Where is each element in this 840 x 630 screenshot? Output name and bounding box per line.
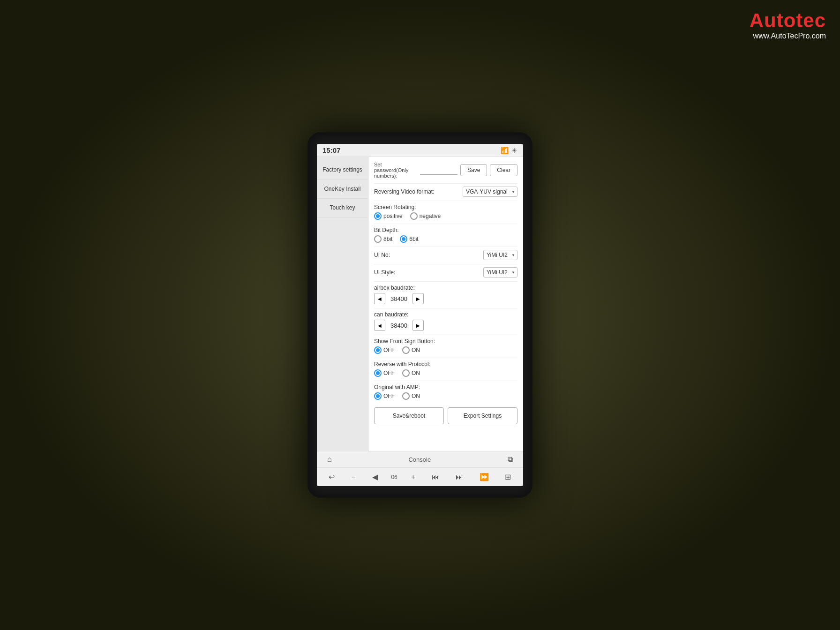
airbox-baudrate-decrease[interactable]: ◀ xyxy=(374,293,385,304)
radio-front-sign-off-label: OFF xyxy=(383,347,395,353)
can-baudrate-value: 38400 xyxy=(387,322,411,329)
divider-9 xyxy=(374,358,518,358)
divider-4 xyxy=(374,247,518,247)
console-label: Console xyxy=(408,456,431,463)
wifi-icon: 📶 xyxy=(501,147,509,154)
tablet-device: 15:07 📶 ☀ Factory settings OneKey Instal… xyxy=(308,132,532,498)
ui-no-row: UI No: YiMi UI2 Default xyxy=(374,250,518,260)
airbox-baudrate-control: ◀ 38400 ▶ xyxy=(374,293,518,304)
brand-part2: tec xyxy=(796,9,826,31)
autotec-logo: Autotec www.AutoTecPro.com xyxy=(750,9,826,40)
radio-6bit[interactable]: 6bit xyxy=(400,235,418,243)
divider-6 xyxy=(374,281,518,282)
settings-panel: Set password(Only numbers): Save Clear R… xyxy=(368,157,523,451)
bit-depth-row: Bit Depth: 8bit 6bit xyxy=(374,227,518,243)
save-button[interactable]: Save xyxy=(460,164,487,176)
radio-amp-off-label: OFF xyxy=(383,393,395,399)
radio-reverse-on-label: ON xyxy=(412,370,420,376)
brand-part1: Auto xyxy=(750,9,796,31)
original-amp-options: OFF ON xyxy=(374,392,518,400)
reversing-video-row: Reversing Video format: VGA-YUV signal C… xyxy=(374,187,518,197)
reversing-video-inline: Reversing Video format: VGA-YUV signal C… xyxy=(374,187,518,197)
brightness-icon: ☀ xyxy=(511,147,518,154)
radio-positive-label: positive xyxy=(383,213,403,219)
radio-amp-on[interactable]: ON xyxy=(402,392,420,400)
ui-style-select-wrapper: YiMi UI2 Default xyxy=(483,267,518,278)
radio-amp-off-circle xyxy=(374,392,382,400)
original-amp-label: Original with AMP: xyxy=(374,384,518,390)
radio-front-sign-on[interactable]: ON xyxy=(402,346,420,354)
skip-icon[interactable]: ⏩ xyxy=(477,472,492,482)
sidebar-item-touch-key[interactable]: Touch key xyxy=(317,199,368,218)
divider-10 xyxy=(374,381,518,381)
password-label: Set password(Only numbers): xyxy=(374,162,417,179)
radio-6bit-label: 6bit xyxy=(409,236,418,242)
divider-2 xyxy=(374,201,518,201)
sidebar-item-onekey-install[interactable]: OneKey Install xyxy=(317,180,368,199)
radio-front-sign-on-label: ON xyxy=(412,347,420,353)
brand-url: www.AutoTecPro.com xyxy=(750,32,826,40)
airbox-baudrate-increase[interactable]: ▶ xyxy=(412,293,424,304)
volume-display: 06 xyxy=(391,474,397,480)
clear-button[interactable]: Clear xyxy=(490,164,518,176)
password-input[interactable] xyxy=(420,166,458,175)
radio-amp-on-label: ON xyxy=(412,393,420,399)
radio-negative-label: negative xyxy=(420,213,441,219)
back-icon[interactable]: ↩ xyxy=(326,472,338,482)
radio-positive[interactable]: positive xyxy=(374,212,403,220)
nav-bottom: ↩ − ◀ 06 + ⏮ ⏭ ⏩ ⊞ xyxy=(317,468,523,486)
radio-front-sign-off[interactable]: OFF xyxy=(374,346,395,354)
radio-reverse-off[interactable]: OFF xyxy=(374,369,395,377)
can-baudrate-control: ◀ 38400 ▶ xyxy=(374,320,518,331)
airbox-baudrate-value: 38400 xyxy=(387,295,411,302)
volume-icon[interactable]: ◀ xyxy=(369,472,381,482)
save-reboot-button[interactable]: Save&reboot xyxy=(374,407,444,424)
copy-icon[interactable]: ⧉ xyxy=(505,454,516,465)
next-track-icon[interactable]: ⏭ xyxy=(453,472,466,482)
airbox-baudrate-label: airbox baudrate: xyxy=(374,285,518,291)
grid-icon[interactable]: ⊞ xyxy=(502,472,514,482)
radio-reverse-on[interactable]: ON xyxy=(402,369,420,377)
export-settings-button[interactable]: Export Settings xyxy=(448,407,518,424)
sidebar: Factory settings OneKey Install Touch ke… xyxy=(317,157,368,451)
ui-style-label: UI Style: xyxy=(374,269,480,276)
screen-rotating-label: Screen Rotating: xyxy=(374,204,518,210)
radio-reverse-on-circle xyxy=(402,369,410,377)
radio-8bit[interactable]: 8bit xyxy=(374,235,392,243)
radio-amp-off[interactable]: OFF xyxy=(374,392,395,400)
radio-negative[interactable]: negative xyxy=(410,212,441,220)
nav-bar: ⌂ Console ⧉ ↩ − ◀ 06 + ⏮ ⏭ ⏩ ⊞ xyxy=(317,451,523,486)
minus-icon[interactable]: − xyxy=(348,472,358,482)
divider-3 xyxy=(374,224,518,224)
can-baudrate-row: can baudrate: ◀ 38400 ▶ xyxy=(374,311,518,331)
tablet-screen: 15:07 📶 ☀ Factory settings OneKey Instal… xyxy=(317,144,523,486)
ui-no-inline: UI No: YiMi UI2 Default xyxy=(374,250,518,260)
home-icon[interactable]: ⌂ xyxy=(324,454,335,465)
plus-icon[interactable]: + xyxy=(408,472,418,482)
can-baudrate-decrease[interactable]: ◀ xyxy=(374,320,385,331)
can-baudrate-increase[interactable]: ▶ xyxy=(412,320,424,331)
password-row: Set password(Only numbers): Save Clear xyxy=(374,162,518,179)
screen-rotating-options: positive negative xyxy=(374,212,518,220)
bit-depth-options: 8bit 6bit xyxy=(374,235,518,243)
bottom-buttons: Save&reboot Export Settings xyxy=(374,405,518,424)
radio-front-sign-off-circle xyxy=(374,346,382,354)
radio-front-sign-on-circle xyxy=(402,346,410,354)
ui-style-inline: UI Style: YiMi UI2 Default xyxy=(374,267,518,278)
radio-8bit-label: 8bit xyxy=(383,236,392,242)
ui-style-select[interactable]: YiMi UI2 Default xyxy=(483,267,518,278)
show-front-sign-row: Show Front Sign Button: OFF ON xyxy=(374,338,518,354)
divider-8 xyxy=(374,335,518,335)
reversing-video-select[interactable]: VGA-YUV signal CVBS signal xyxy=(463,187,518,197)
ui-no-label: UI No: xyxy=(374,252,480,258)
reversing-video-select-wrapper: VGA-YUV signal CVBS signal xyxy=(463,187,518,197)
can-baudrate-label: can baudrate: xyxy=(374,311,518,318)
radio-negative-circle xyxy=(410,212,418,220)
ui-no-select[interactable]: YiMi UI2 Default xyxy=(483,250,518,260)
show-front-sign-label: Show Front Sign Button: xyxy=(374,338,518,345)
nav-top: ⌂ Console ⧉ xyxy=(317,451,523,468)
prev-track-icon[interactable]: ⏮ xyxy=(429,472,442,482)
radio-6bit-circle xyxy=(400,235,407,243)
status-time: 15:07 xyxy=(322,146,340,154)
sidebar-item-factory-settings[interactable]: Factory settings xyxy=(317,161,368,180)
